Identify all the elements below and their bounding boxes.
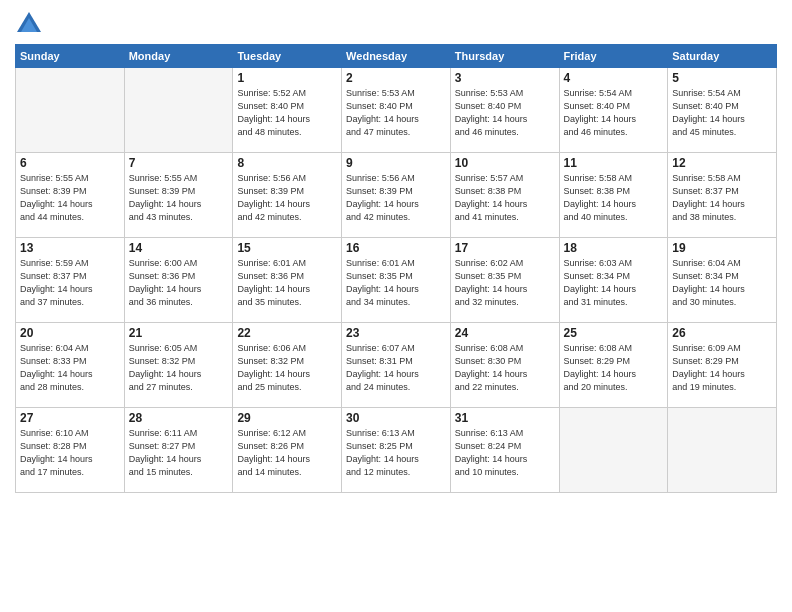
day-info: Sunrise: 5:59 AMSunset: 8:37 PMDaylight:…: [20, 257, 120, 309]
day-number: 28: [129, 411, 229, 425]
calendar-cell: 22Sunrise: 6:06 AMSunset: 8:32 PMDayligh…: [233, 323, 342, 408]
day-info: Sunrise: 6:03 AMSunset: 8:34 PMDaylight:…: [564, 257, 664, 309]
calendar-cell: 2Sunrise: 5:53 AMSunset: 8:40 PMDaylight…: [342, 68, 451, 153]
day-number: 25: [564, 326, 664, 340]
day-number: 3: [455, 71, 555, 85]
day-info: Sunrise: 6:11 AMSunset: 8:27 PMDaylight:…: [129, 427, 229, 479]
day-info: Sunrise: 5:52 AMSunset: 8:40 PMDaylight:…: [237, 87, 337, 139]
day-info: Sunrise: 6:09 AMSunset: 8:29 PMDaylight:…: [672, 342, 772, 394]
day-info: Sunrise: 5:54 AMSunset: 8:40 PMDaylight:…: [672, 87, 772, 139]
day-number: 23: [346, 326, 446, 340]
day-info: Sunrise: 6:13 AMSunset: 8:25 PMDaylight:…: [346, 427, 446, 479]
calendar-cell: [16, 68, 125, 153]
day-info: Sunrise: 6:06 AMSunset: 8:32 PMDaylight:…: [237, 342, 337, 394]
calendar-cell: 18Sunrise: 6:03 AMSunset: 8:34 PMDayligh…: [559, 238, 668, 323]
calendar-cell: 14Sunrise: 6:00 AMSunset: 8:36 PMDayligh…: [124, 238, 233, 323]
day-number: 16: [346, 241, 446, 255]
logo: [15, 10, 47, 38]
day-number: 5: [672, 71, 772, 85]
calendar-cell: 16Sunrise: 6:01 AMSunset: 8:35 PMDayligh…: [342, 238, 451, 323]
day-info: Sunrise: 5:58 AMSunset: 8:38 PMDaylight:…: [564, 172, 664, 224]
day-info: Sunrise: 6:07 AMSunset: 8:31 PMDaylight:…: [346, 342, 446, 394]
calendar-cell: 31Sunrise: 6:13 AMSunset: 8:24 PMDayligh…: [450, 408, 559, 493]
day-number: 26: [672, 326, 772, 340]
day-info: Sunrise: 5:55 AMSunset: 8:39 PMDaylight:…: [20, 172, 120, 224]
calendar-header-row: SundayMondayTuesdayWednesdayThursdayFrid…: [16, 45, 777, 68]
day-number: 14: [129, 241, 229, 255]
calendar-cell: 10Sunrise: 5:57 AMSunset: 8:38 PMDayligh…: [450, 153, 559, 238]
calendar-cell: 3Sunrise: 5:53 AMSunset: 8:40 PMDaylight…: [450, 68, 559, 153]
day-number: 4: [564, 71, 664, 85]
day-header-friday: Friday: [559, 45, 668, 68]
calendar-cell: 30Sunrise: 6:13 AMSunset: 8:25 PMDayligh…: [342, 408, 451, 493]
calendar-cell: [559, 408, 668, 493]
day-number: 9: [346, 156, 446, 170]
day-info: Sunrise: 6:01 AMSunset: 8:35 PMDaylight:…: [346, 257, 446, 309]
day-info: Sunrise: 5:56 AMSunset: 8:39 PMDaylight:…: [237, 172, 337, 224]
day-info: Sunrise: 5:53 AMSunset: 8:40 PMDaylight:…: [455, 87, 555, 139]
day-info: Sunrise: 6:05 AMSunset: 8:32 PMDaylight:…: [129, 342, 229, 394]
day-info: Sunrise: 6:13 AMSunset: 8:24 PMDaylight:…: [455, 427, 555, 479]
calendar-cell: 8Sunrise: 5:56 AMSunset: 8:39 PMDaylight…: [233, 153, 342, 238]
day-number: 15: [237, 241, 337, 255]
calendar-cell: 25Sunrise: 6:08 AMSunset: 8:29 PMDayligh…: [559, 323, 668, 408]
day-number: 12: [672, 156, 772, 170]
main-container: SundayMondayTuesdayWednesdayThursdayFrid…: [0, 0, 792, 612]
calendar-cell: 1Sunrise: 5:52 AMSunset: 8:40 PMDaylight…: [233, 68, 342, 153]
day-info: Sunrise: 5:57 AMSunset: 8:38 PMDaylight:…: [455, 172, 555, 224]
day-number: 1: [237, 71, 337, 85]
calendar-cell: 7Sunrise: 5:55 AMSunset: 8:39 PMDaylight…: [124, 153, 233, 238]
calendar-cell: 21Sunrise: 6:05 AMSunset: 8:32 PMDayligh…: [124, 323, 233, 408]
logo-icon: [15, 10, 43, 38]
day-number: 7: [129, 156, 229, 170]
day-info: Sunrise: 5:53 AMSunset: 8:40 PMDaylight:…: [346, 87, 446, 139]
calendar-cell: [124, 68, 233, 153]
calendar-cell: 17Sunrise: 6:02 AMSunset: 8:35 PMDayligh…: [450, 238, 559, 323]
calendar-cell: 23Sunrise: 6:07 AMSunset: 8:31 PMDayligh…: [342, 323, 451, 408]
day-info: Sunrise: 6:08 AMSunset: 8:30 PMDaylight:…: [455, 342, 555, 394]
day-number: 31: [455, 411, 555, 425]
day-number: 13: [20, 241, 120, 255]
day-info: Sunrise: 6:02 AMSunset: 8:35 PMDaylight:…: [455, 257, 555, 309]
header: [15, 10, 777, 38]
day-header-tuesday: Tuesday: [233, 45, 342, 68]
calendar-week-3: 13Sunrise: 5:59 AMSunset: 8:37 PMDayligh…: [16, 238, 777, 323]
calendar-cell: 11Sunrise: 5:58 AMSunset: 8:38 PMDayligh…: [559, 153, 668, 238]
day-info: Sunrise: 6:01 AMSunset: 8:36 PMDaylight:…: [237, 257, 337, 309]
day-header-wednesday: Wednesday: [342, 45, 451, 68]
day-number: 20: [20, 326, 120, 340]
calendar-cell: 12Sunrise: 5:58 AMSunset: 8:37 PMDayligh…: [668, 153, 777, 238]
day-number: 10: [455, 156, 555, 170]
calendar-cell: 9Sunrise: 5:56 AMSunset: 8:39 PMDaylight…: [342, 153, 451, 238]
day-header-saturday: Saturday: [668, 45, 777, 68]
calendar-week-4: 20Sunrise: 6:04 AMSunset: 8:33 PMDayligh…: [16, 323, 777, 408]
day-info: Sunrise: 6:08 AMSunset: 8:29 PMDaylight:…: [564, 342, 664, 394]
day-info: Sunrise: 6:00 AMSunset: 8:36 PMDaylight:…: [129, 257, 229, 309]
day-number: 2: [346, 71, 446, 85]
day-number: 27: [20, 411, 120, 425]
calendar-cell: 15Sunrise: 6:01 AMSunset: 8:36 PMDayligh…: [233, 238, 342, 323]
calendar-cell: 6Sunrise: 5:55 AMSunset: 8:39 PMDaylight…: [16, 153, 125, 238]
calendar-week-1: 1Sunrise: 5:52 AMSunset: 8:40 PMDaylight…: [16, 68, 777, 153]
day-header-monday: Monday: [124, 45, 233, 68]
day-number: 6: [20, 156, 120, 170]
calendar-cell: 13Sunrise: 5:59 AMSunset: 8:37 PMDayligh…: [16, 238, 125, 323]
day-number: 11: [564, 156, 664, 170]
day-number: 29: [237, 411, 337, 425]
calendar-cell: 29Sunrise: 6:12 AMSunset: 8:26 PMDayligh…: [233, 408, 342, 493]
day-info: Sunrise: 6:10 AMSunset: 8:28 PMDaylight:…: [20, 427, 120, 479]
day-info: Sunrise: 6:04 AMSunset: 8:33 PMDaylight:…: [20, 342, 120, 394]
day-number: 30: [346, 411, 446, 425]
day-number: 19: [672, 241, 772, 255]
day-info: Sunrise: 6:04 AMSunset: 8:34 PMDaylight:…: [672, 257, 772, 309]
calendar-table: SundayMondayTuesdayWednesdayThursdayFrid…: [15, 44, 777, 493]
day-info: Sunrise: 6:12 AMSunset: 8:26 PMDaylight:…: [237, 427, 337, 479]
day-info: Sunrise: 5:56 AMSunset: 8:39 PMDaylight:…: [346, 172, 446, 224]
calendar-cell: [668, 408, 777, 493]
day-number: 17: [455, 241, 555, 255]
day-number: 24: [455, 326, 555, 340]
day-info: Sunrise: 5:54 AMSunset: 8:40 PMDaylight:…: [564, 87, 664, 139]
calendar-week-2: 6Sunrise: 5:55 AMSunset: 8:39 PMDaylight…: [16, 153, 777, 238]
calendar-cell: 26Sunrise: 6:09 AMSunset: 8:29 PMDayligh…: [668, 323, 777, 408]
day-number: 22: [237, 326, 337, 340]
